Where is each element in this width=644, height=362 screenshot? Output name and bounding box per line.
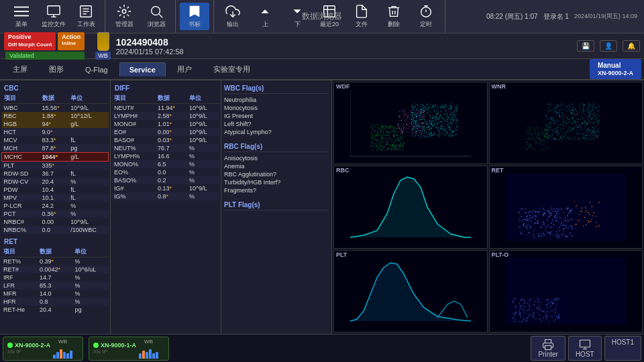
cbc-table: 项目 数据 单位 WBC15.56*10^9/LRBC1.88*10^12/LH… xyxy=(1,93,109,234)
device-indicator-2 xyxy=(93,343,99,348)
table-row: MCHC1044*g/L xyxy=(2,153,109,162)
rbc-flag-item: Anemia xyxy=(224,162,329,170)
rbc-flag-item: Fragments? xyxy=(224,186,329,194)
table-row: RET#0.0042*10^6/uL xyxy=(1,265,109,274)
table-row: PDW10.4fL xyxy=(2,186,109,194)
manager-icon[interactable]: 管理器 xyxy=(109,3,139,30)
output-icon[interactable]: 输出 xyxy=(218,3,248,30)
table-row: MCH87.8*pg xyxy=(2,144,109,153)
table-row: HGB94*g/L xyxy=(2,120,109,128)
table-row: RET%0.39*% xyxy=(1,257,109,266)
table-row: NEUT%76.7% xyxy=(112,144,219,152)
chart-ret: RET xyxy=(489,166,643,248)
table-row: RBC1.88*10^12/L xyxy=(2,112,109,120)
table-row: MPV10.1fL xyxy=(2,194,109,202)
rbc-flag-item: RBC Agglutination? xyxy=(224,170,329,178)
rbc-flags-title: RBC Flag(s) xyxy=(224,141,329,152)
svg-point-11 xyxy=(152,7,160,15)
table-row: LYMPH#2.58*10^9/L xyxy=(112,112,219,120)
printer-button[interactable]: Printer xyxy=(531,336,565,361)
table-row: BASO#0.03*10^9/L xyxy=(112,136,219,144)
monitor-icon[interactable]: 监控文件 xyxy=(39,3,68,30)
wbc-flag-item: Monocytosis xyxy=(224,104,329,112)
table-row: IRF14.7% xyxy=(1,274,109,282)
app-title: 数据浏览器 xyxy=(302,11,342,22)
tab-graph[interactable]: 图形 xyxy=(39,61,74,77)
action-badge: Action Inline xyxy=(58,32,85,50)
wbc-flag-item: Left Shift? xyxy=(224,120,329,128)
chart-wdf: WDF xyxy=(333,82,488,164)
device-mini-chart-2 xyxy=(139,345,158,359)
datetime-display: 2024/01/19(周五) 14:09 xyxy=(574,12,637,21)
table-row: BASO%0.2% xyxy=(112,176,219,184)
rbc-flags-list: AnisocytosisAnemiaRBC Agglutination?Turb… xyxy=(224,154,329,194)
table-row: HFR0.8% xyxy=(1,298,109,306)
diff-table: 项目 数据 单位 NEUT#11.94*10^9/LLYMPH#2.58*10^… xyxy=(112,93,219,200)
svg-rect-19 xyxy=(545,346,551,350)
timer-icon[interactable]: 定时 xyxy=(411,3,441,30)
bell-btn[interactable]: 🔔 xyxy=(623,40,640,52)
chart-plt: PLT xyxy=(333,250,488,333)
flags-panel: WBC Flag(s) NeutrophiliaMonocytosisIG Pr… xyxy=(221,80,332,334)
user-btn[interactable]: 👤 xyxy=(600,40,617,52)
svg-rect-20 xyxy=(580,340,590,347)
top-right-info: 08:22 (周五) 1:07 登录名 1 2024/01/19(周五) 14:… xyxy=(486,12,641,21)
menu-icon[interactable]: 菜单 xyxy=(7,3,36,30)
main-content: CBC 项目 数据 单位 WBC15.56*10^9/LRBC1.88*10^1… xyxy=(0,80,644,334)
device-widget-2: XN-9000-1-A XN IP WB xyxy=(89,337,169,361)
table-row: WBC15.56*10^9/L xyxy=(2,104,109,113)
cbc-title: CBC xyxy=(1,83,109,93)
table-row: PCT0.36*% xyxy=(2,210,109,218)
browser-icon[interactable]: 浏览器 xyxy=(142,3,171,30)
manual-badge: ManualXN-9000-2-A xyxy=(590,59,641,79)
sample-date: 2024/01/15 07:42:58 xyxy=(116,48,184,56)
bottom-bar: XN-9000-2-A XN IP WB XN-9000-1-A XN IP xyxy=(0,334,644,362)
table-row: NRBC#0.0010^9/L xyxy=(2,218,109,226)
sample-info: WB 1024490408 2024/01/15 07:42:58 xyxy=(95,32,183,60)
host-button[interactable]: HOST xyxy=(568,336,602,361)
wb-badge: WB xyxy=(95,52,111,60)
plt-flags-title: PLT Flag(s) xyxy=(224,200,329,210)
svg-point-17 xyxy=(421,7,431,17)
positive-badge: Positive Diff Morph Count xyxy=(4,32,56,50)
plt-flags-section: PLT Flag(s) xyxy=(224,200,329,210)
tab-main[interactable]: 主屏 xyxy=(3,61,38,77)
up-icon[interactable]: 上 xyxy=(250,3,280,30)
save-btn[interactable]: 💾 xyxy=(577,40,594,52)
cbc-panel: CBC 项目 数据 单位 WBC15.56*10^9/LRBC1.88*10^1… xyxy=(0,80,111,334)
host1-button[interactable]: HOST1 xyxy=(604,336,641,361)
table-row: IG%0.8*% xyxy=(112,192,219,200)
chart-rbc: RBC xyxy=(333,166,488,248)
table-row: RDW-CV20.4% xyxy=(2,178,109,186)
ret-title: RET xyxy=(1,237,109,247)
svg-line-12 xyxy=(159,14,162,17)
bottom-right: Printer HOST HOST1 xyxy=(531,336,641,361)
table-row: LFR85.3% xyxy=(1,282,109,290)
sample-id: 1024490408 xyxy=(116,37,184,48)
delete-icon[interactable]: 删除 xyxy=(379,3,409,30)
table-row: NEUT#11.94*10^9/L xyxy=(112,104,219,113)
wbc-flags-list: NeutrophiliaMonocytosisIG PresentLeft Sh… xyxy=(224,96,329,136)
table-row: PLT335* xyxy=(2,162,109,170)
tab-qflag[interactable]: Q-Flag xyxy=(75,62,118,76)
tab-service[interactable]: Service xyxy=(119,62,166,76)
ret-table: 项目 数据 单位 RET%0.39*%RET#0.0042*10^6/uLIRF… xyxy=(1,247,109,314)
wbc-flags-title: WBC Flag(s) xyxy=(224,83,329,94)
svg-rect-3 xyxy=(48,6,60,15)
rbc-flag-item: Turbidity/HGB Interf? xyxy=(224,178,329,186)
file-icon[interactable]: 文件 xyxy=(347,3,376,30)
table-row: HCT9.0* xyxy=(2,128,109,136)
table-row: EO%0.0% xyxy=(112,168,219,176)
tab-user[interactable]: 用户 xyxy=(167,61,202,77)
device-widget-1: XN-9000-2-A XN IP WB xyxy=(3,337,83,361)
table-row: MFR14.0% xyxy=(1,290,109,298)
chart-plto: PLT-O xyxy=(489,250,643,333)
work-icon[interactable]: 工作表 xyxy=(71,3,101,30)
nav-icons-mid: 管理器 浏览器 xyxy=(105,0,176,33)
tab-bar: 主屏 图形 Q-Flag Service 用户 实验室专用 ManualXN-9… xyxy=(0,59,644,80)
table-row: IG#0.13*10^9/L xyxy=(112,184,219,192)
bookmark-icon[interactable]: 书标 xyxy=(180,3,209,30)
table-row: RDW-SD36.7fL xyxy=(2,170,109,178)
validated-badge: Validated xyxy=(5,52,85,60)
tab-lab[interactable]: 实验室专用 xyxy=(203,61,260,77)
